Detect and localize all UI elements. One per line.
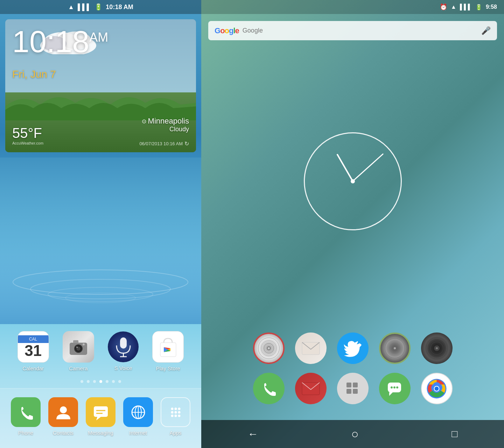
messaging-dock-label: Messaging xyxy=(88,430,113,436)
internet-dock-icon[interactable] xyxy=(123,397,153,427)
playstore-app[interactable]: Play Store xyxy=(152,331,184,371)
microphone-icon[interactable]: 🎤 xyxy=(481,26,491,35)
weather-widget[interactable]: 10:18AM Fri, Jun 7 55°F AccuWeather.com … xyxy=(5,19,196,152)
app-vinyl2[interactable] xyxy=(379,332,411,364)
calendar-label: Calendar xyxy=(22,365,44,371)
google-search-input[interactable] xyxy=(243,27,478,34)
svg-rect-58 xyxy=(353,383,358,387)
signal-icon: ▌▌▌ xyxy=(78,4,91,11)
messaging-dock-icon[interactable] xyxy=(86,397,115,427)
hour-hand xyxy=(336,154,353,182)
home-button[interactable]: ○ xyxy=(344,424,365,444)
home-app-icons: CAL 31 Calendar Camera xyxy=(0,324,201,378)
messaging-svg xyxy=(92,404,110,421)
left-screen: ▲ ▌▌▌ 🔋 10:18 AM 10:18AM Fri, Jun 7 xyxy=(0,0,201,448)
app-phone-green[interactable] xyxy=(253,373,285,404)
bottom-dock: Phone Contacts Messaging xyxy=(0,388,201,448)
grid-svg xyxy=(343,379,362,398)
google-search-bar[interactable]: Google 🎤 xyxy=(208,21,497,40)
app-vinyl3[interactable] xyxy=(421,332,453,364)
vinyl1-svg xyxy=(257,336,281,360)
app-mail-light[interactable] xyxy=(295,332,327,364)
playstore-icon[interactable] xyxy=(152,331,184,363)
apps-dock-icon[interactable] xyxy=(161,397,190,427)
location-icon: ⊙ xyxy=(142,118,146,125)
svg-point-46 xyxy=(268,347,270,349)
wifi-icon: ▲ xyxy=(68,4,74,11)
phone-dock-item[interactable]: Phone xyxy=(11,397,41,436)
calendar-app[interactable]: CAL 31 Calendar xyxy=(18,331,49,371)
apps-dock-item[interactable]: Apps xyxy=(161,397,190,436)
svg-rect-14 xyxy=(73,340,78,343)
svoice-app[interactable]: S Voice xyxy=(108,331,139,371)
twitter-svg xyxy=(343,340,362,357)
playstore-label: Play Store xyxy=(156,365,180,371)
dot-6[interactable] xyxy=(118,380,121,383)
right-wifi-icon: ▲ xyxy=(451,4,456,10)
svg-rect-60 xyxy=(353,389,358,394)
right-status-bar: ⏰ ▲ ▌▌▌ 🔋 9:58 xyxy=(201,0,504,14)
svg-point-41 xyxy=(178,414,180,417)
mail-light-svg xyxy=(300,341,321,356)
calendar-icon[interactable]: CAL 31 xyxy=(18,331,49,363)
camera-svg xyxy=(68,337,89,357)
left-time: 10:18 AM xyxy=(106,4,133,11)
phone-dock-label: Phone xyxy=(18,430,33,436)
alarm-icon: ⏰ xyxy=(440,3,447,11)
internet-dock-label: Internet xyxy=(129,430,147,436)
calendar-day: 31 xyxy=(24,343,42,358)
camera-icon[interactable] xyxy=(63,331,94,363)
svg-marker-62 xyxy=(389,392,393,396)
contacts-dock-icon[interactable] xyxy=(48,397,78,427)
clock-center-dot xyxy=(351,179,355,183)
dot-0[interactable] xyxy=(80,380,83,383)
dot-3[interactable] xyxy=(99,380,102,383)
chat-svg xyxy=(385,379,404,398)
app-vinyl1[interactable] xyxy=(253,332,285,364)
app-row-1 xyxy=(212,332,493,364)
camera-app[interactable]: Camera xyxy=(63,331,94,371)
clock-widget xyxy=(201,40,504,329)
wallpaper-water xyxy=(0,158,201,324)
svg-point-35 xyxy=(178,407,180,410)
dot-1[interactable] xyxy=(87,380,90,383)
svg-point-63 xyxy=(391,386,393,388)
messaging-dock-item[interactable]: Messaging xyxy=(86,397,115,436)
vinyl3-svg xyxy=(425,336,449,360)
app-icons-grid xyxy=(201,329,504,420)
app-twitter[interactable] xyxy=(337,332,369,364)
internet-dock-item[interactable]: Internet xyxy=(123,397,153,436)
recents-button[interactable]: □ xyxy=(444,425,464,443)
page-indicators xyxy=(0,378,201,388)
app-chat[interactable] xyxy=(379,373,411,404)
svoice-label: S Voice xyxy=(114,365,132,371)
vinyl2-svg xyxy=(383,336,407,360)
svg-point-34 xyxy=(174,407,177,410)
apps-dock-label: Apps xyxy=(169,430,181,436)
right-time: 9:58 xyxy=(486,4,497,10)
svg-point-69 xyxy=(435,386,439,391)
svg-point-55 xyxy=(436,347,438,349)
dot-4[interactable] xyxy=(106,380,108,383)
dot-5[interactable] xyxy=(112,380,115,383)
app-mail-red[interactable] xyxy=(295,373,327,404)
playstore-svg xyxy=(158,336,178,358)
phone-dock-icon[interactable] xyxy=(11,397,41,427)
svg-point-51 xyxy=(394,347,396,349)
app-grid[interactable] xyxy=(337,373,369,404)
contacts-dock-item[interactable]: Contacts xyxy=(48,397,78,436)
svoice-icon[interactable] xyxy=(108,331,139,362)
svg-point-39 xyxy=(171,414,173,417)
back-button[interactable]: ← xyxy=(241,425,265,443)
contacts-svg xyxy=(55,404,72,421)
weather-temp-info: 55°F AccuWeather.com xyxy=(12,125,43,145)
dot-2[interactable] xyxy=(93,380,96,383)
weather-location: ⊙ Minneapolis Cloudy xyxy=(142,117,189,133)
svg-rect-25 xyxy=(94,406,108,417)
app-chrome[interactable] xyxy=(421,373,453,404)
svg-point-38 xyxy=(178,411,180,413)
refresh-icon[interactable]: ↻ xyxy=(184,140,189,147)
right-signal-icon: ▌▌▌ xyxy=(460,4,472,10)
weather-time-display: 10:18AM xyxy=(12,26,108,57)
mic-svg xyxy=(114,336,133,358)
